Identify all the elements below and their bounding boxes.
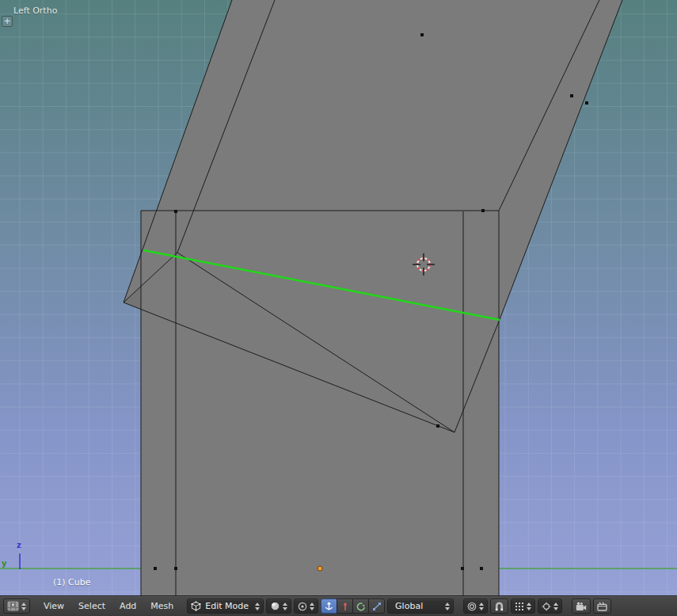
pivot-point-selector[interactable]	[294, 599, 318, 614]
dropdown-arrows-icon	[283, 603, 287, 610]
dropdown-arrows-icon	[527, 603, 531, 610]
manipulator-widget-toggle[interactable]	[321, 599, 337, 614]
dropdown-arrows-icon	[255, 603, 260, 610]
snap-element-selector[interactable]	[511, 599, 535, 614]
toolshelf-expand-button[interactable]: +	[2, 16, 13, 27]
menu-view[interactable]: View	[36, 597, 71, 616]
dropdown-arrows-icon	[21, 603, 26, 610]
manipulator-axes-icon	[324, 601, 334, 611]
shading-sphere-icon	[270, 601, 280, 611]
edit-mode-cube-icon	[191, 601, 201, 611]
proportional-edit-icon	[467, 602, 477, 611]
mesh-vertex[interactable]	[585, 101, 588, 105]
orientation-value: Global	[395, 601, 423, 611]
menu-select[interactable]: Select	[71, 597, 112, 616]
menu-mesh[interactable]: Mesh	[143, 597, 181, 616]
mode-selector-value: Edit Mode	[205, 601, 249, 611]
transform-orientation-selector[interactable]: Global	[387, 599, 454, 614]
mode-selector[interactable]: Edit Mode	[187, 599, 264, 614]
dropdown-arrows-icon	[445, 603, 450, 610]
viewport-shading-selector[interactable]	[266, 599, 291, 614]
snap-target-icon	[542, 602, 551, 611]
manipulator-scale-button[interactable]	[368, 599, 385, 614]
opengl-render-button[interactable]	[572, 599, 591, 614]
editor-type-selector[interactable]	[3, 599, 30, 614]
viewport-area[interactable]: Left Ortho (1) Cube z y +	[0, 0, 677, 595]
dropdown-arrows-icon	[479, 603, 484, 610]
mesh-vertex[interactable]	[461, 567, 464, 570]
mesh-vertex[interactable]	[436, 424, 439, 428]
mesh-box-face[interactable]	[141, 211, 499, 595]
mesh-vertex[interactable]	[174, 210, 177, 213]
editor-3dview-icon	[7, 601, 19, 611]
mesh-vertex[interactable]	[420, 33, 424, 36]
rotate-arc-icon	[356, 602, 366, 611]
mesh-vertex[interactable]	[480, 567, 483, 570]
snap-target-selector[interactable]	[538, 599, 562, 614]
mesh-vertex[interactable]	[570, 94, 573, 97]
menu-add[interactable]: Add	[112, 597, 143, 616]
snap-increment-grid-icon	[515, 602, 524, 611]
blender-window: Left Ortho (1) Cube z y + View Select Ad…	[0, 0, 677, 616]
viewport-header: View Select Add Mesh Edit Mode	[0, 595, 677, 616]
manipulator-translate-button[interactable]	[337, 599, 353, 614]
scale-icon	[372, 602, 382, 611]
snap-toggle-button[interactable]	[490, 599, 508, 614]
dropdown-arrows-icon	[553, 603, 558, 610]
mesh-vertex[interactable]	[174, 567, 177, 570]
object-origin-dot	[318, 566, 322, 571]
manipulator-toggle-group	[321, 599, 385, 614]
camera-icon	[576, 602, 587, 611]
magnet-icon	[494, 601, 504, 611]
pivot-point-icon	[298, 602, 307, 611]
proportional-edit-selector[interactable]	[463, 599, 488, 614]
plus-icon: +	[3, 16, 10, 26]
mesh-vertex[interactable]	[154, 567, 157, 570]
viewport-canvas[interactable]	[0, 0, 677, 595]
header-menubar: View Select Add Mesh	[36, 597, 181, 616]
manipulator-rotate-button[interactable]	[352, 599, 369, 614]
dropdown-arrows-icon	[310, 603, 314, 610]
film-clapper-icon	[597, 602, 607, 611]
translate-arrow-icon	[340, 602, 350, 611]
opengl-render-animation-button[interactable]	[593, 599, 611, 614]
mesh-vertex[interactable]	[481, 209, 485, 212]
